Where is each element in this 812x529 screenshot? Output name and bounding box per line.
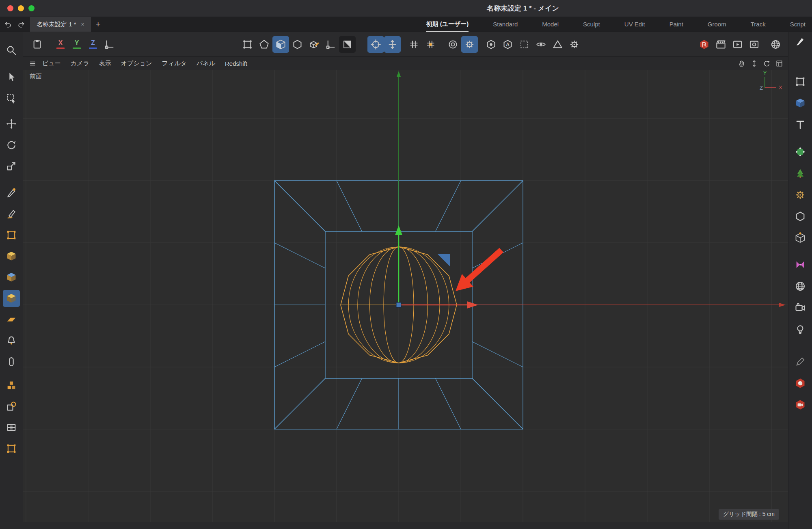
pen-spline-icon[interactable]: [3, 184, 20, 201]
add-tab-button[interactable]: +: [91, 17, 106, 32]
menu-panel[interactable]: パネル: [197, 60, 215, 67]
move-tool-icon[interactable]: [3, 115, 20, 132]
sketch-spline-icon[interactable]: [3, 205, 20, 222]
layout-standard[interactable]: Standard: [493, 17, 518, 32]
texture-mode-icon[interactable]: [306, 36, 322, 53]
viewport-menu-icon[interactable]: [27, 58, 38, 69]
array-objects-icon[interactable]: [3, 377, 20, 394]
minimize-window-button[interactable]: [18, 5, 24, 11]
document-tab[interactable]: 名称未設定 1 * ×: [30, 17, 91, 32]
menu-display[interactable]: 表示: [99, 60, 111, 67]
annotation-a-icon[interactable]: A: [499, 36, 516, 53]
generator-gear-icon[interactable]: [792, 186, 809, 203]
render-settings-icon[interactable]: [746, 36, 762, 53]
axis-y-lock-button[interactable]: Y: [69, 36, 84, 53]
layout-script[interactable]: Script: [790, 17, 806, 32]
volume-builder-icon[interactable]: [3, 398, 20, 415]
snap-grid-icon[interactable]: [422, 36, 439, 53]
window-title: 名称未設定 1 * - メイン: [487, 4, 559, 13]
cube-object-icon[interactable]: [792, 95, 809, 112]
rotate-tool-icon[interactable]: [3, 136, 20, 153]
render-picture-viewer-icon[interactable]: [729, 36, 746, 53]
tab-close-icon[interactable]: ×: [81, 21, 84, 28]
center-column: XYZ A ビューカメラ表示オプションフィルタパネルRedshift YXZ 前…: [23, 32, 788, 529]
menu-camera[interactable]: カメラ: [71, 60, 89, 67]
pen-tool-icon[interactable]: [792, 33, 809, 50]
display-filter-icon[interactable]: [533, 36, 549, 53]
layout-startup-user[interactable]: 初期 (ユーザー): [426, 17, 469, 32]
dolly-arrows-icon[interactable]: [749, 58, 760, 69]
hexagon-spline-icon[interactable]: [792, 208, 809, 225]
annotation-pencil-icon[interactable]: [792, 353, 809, 370]
gizmo-axis-icon[interactable]: [384, 36, 401, 53]
layout-track[interactable]: Track: [751, 17, 766, 32]
workplane-axis-icon[interactable]: [101, 36, 118, 53]
scale-tool-icon[interactable]: [3, 158, 20, 175]
material-square-icon[interactable]: [3, 440, 20, 457]
light-icon[interactable]: [792, 321, 809, 338]
svg-text:X: X: [779, 84, 782, 91]
camera-icon[interactable]: [792, 299, 809, 316]
gizmo-rotation-icon[interactable]: [367, 36, 384, 53]
zoom-window-button[interactable]: [28, 5, 35, 11]
edges-mode-icon[interactable]: [256, 36, 272, 53]
mograph-cloner-icon[interactable]: [792, 256, 809, 273]
plane-primitive-icon[interactable]: [3, 311, 20, 328]
layout-model[interactable]: Model: [542, 17, 559, 32]
layout-paint[interactable]: Paint: [669, 17, 683, 32]
selection-filter-icon[interactable]: [516, 36, 533, 53]
polygons-mode-icon[interactable]: [272, 36, 289, 53]
pan-hand-icon[interactable]: [736, 58, 747, 69]
workplane-mode-icon[interactable]: [322, 36, 339, 53]
spline-rectangle-icon[interactable]: [792, 73, 809, 90]
floor-object-icon[interactable]: [3, 419, 20, 436]
rings-icon[interactable]: [445, 36, 461, 53]
landscape-tree-icon[interactable]: [792, 165, 809, 182]
snap-settings-gear-icon[interactable]: [461, 36, 478, 53]
interactive-render-sphere-icon[interactable]: [767, 36, 784, 53]
points-mode-icon[interactable]: [239, 36, 256, 53]
capsule-primitive-icon[interactable]: [3, 353, 20, 370]
close-window-button[interactable]: [7, 5, 13, 11]
menu-options[interactable]: オプション: [121, 60, 152, 67]
viewport[interactable]: YXZ 前面 グリッド間隔 : 5 cm: [23, 70, 788, 522]
field-globe-icon[interactable]: [792, 278, 809, 295]
layout-uv-edit[interactable]: UV Edit: [624, 17, 645, 32]
text-tool-icon[interactable]: [792, 116, 809, 133]
redshift-render-icon[interactable]: [696, 36, 713, 53]
document-tab-label: 名称未設定 1 *: [37, 21, 76, 28]
cube-primitive-icon[interactable]: [3, 248, 20, 265]
extrude-generator-icon[interactable]: [3, 269, 20, 286]
visibility-eye-icon[interactable]: [483, 36, 499, 53]
model-mode-icon[interactable]: [289, 36, 306, 53]
menu-filter[interactable]: フィルタ: [162, 60, 187, 67]
safe-frames-icon[interactable]: [549, 36, 566, 53]
maximize-view-icon[interactable]: [774, 58, 785, 69]
render-view-icon[interactable]: [713, 36, 729, 53]
redshift-camera-icon[interactable]: [792, 396, 809, 413]
undo-icon[interactable]: [2, 18, 15, 30]
live-selection-icon[interactable]: [3, 69, 20, 86]
rectangle-selection-icon[interactable]: [3, 90, 20, 107]
orbit-rotate-icon[interactable]: [761, 58, 772, 69]
axis-x-lock-button[interactable]: X: [53, 36, 68, 53]
redo-icon[interactable]: [15, 18, 28, 30]
scene-canvas[interactable]: YXZ: [23, 70, 788, 522]
menu-view[interactable]: ビュー: [42, 60, 61, 67]
axis-z-lock-button[interactable]: Z: [86, 36, 100, 53]
menu-redshift[interactable]: Redshift: [225, 60, 247, 67]
subdivision-sphere-icon[interactable]: [792, 143, 809, 160]
volume-cube-icon[interactable]: [792, 229, 809, 246]
viewport-settings-gear-icon[interactable]: [566, 36, 583, 53]
workplane-lock-icon[interactable]: [339, 36, 356, 53]
copy-buffer-icon[interactable]: [29, 36, 45, 53]
selected-primitive-icon[interactable]: [3, 290, 20, 307]
quantize-grid-icon[interactable]: [406, 36, 422, 53]
zoom-tool-icon[interactable]: [3, 42, 20, 59]
bottom-panel-edge: [23, 522, 788, 529]
redshift-material-icon[interactable]: [792, 375, 809, 392]
layout-groom[interactable]: Groom: [708, 17, 726, 32]
rectangle-spline-icon[interactable]: [3, 227, 20, 244]
deformer-bell-icon[interactable]: [3, 332, 20, 349]
layout-sculpt[interactable]: Sculpt: [583, 17, 600, 32]
